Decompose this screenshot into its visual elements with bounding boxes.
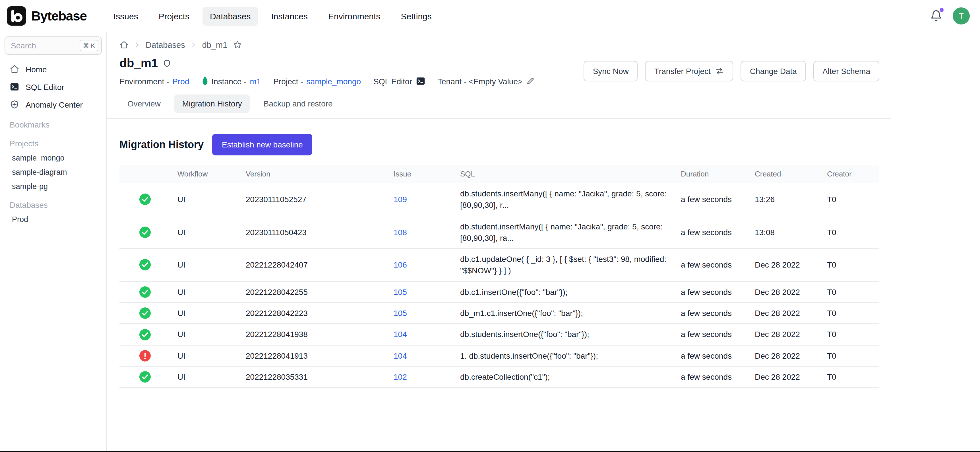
change-data-button[interactable]: Change Data — [741, 61, 806, 81]
table-row[interactable]: UI 20221228041938 104 db.students.insert… — [119, 324, 879, 345]
bookmark-star-icon[interactable] — [232, 40, 242, 50]
sidebar-database-prod[interactable]: Prod — [0, 212, 107, 227]
alter-schema-button[interactable]: Alter Schema — [813, 61, 879, 81]
workflow-cell: UI — [171, 249, 239, 281]
sql-cell: db.students.insertOne({"foo": "bar"}); — [453, 324, 674, 345]
version-cell: 20230111050423 — [239, 216, 387, 249]
environment-label: Environment - — [119, 77, 169, 86]
environment-link[interactable]: Prod — [172, 77, 189, 86]
project-link[interactable]: sample_mongo — [307, 77, 361, 86]
success-icon — [126, 194, 164, 205]
breadcrumb-home-icon[interactable] — [119, 40, 129, 49]
navbar-right: T — [930, 7, 970, 24]
workflow-cell: UI — [171, 366, 239, 388]
issue-link[interactable]: 104 — [394, 330, 407, 339]
brand-name: Bytebase — [31, 8, 87, 24]
sql-editor-label: SQL Editor — [374, 77, 412, 86]
sidebar-project-sample-mongo[interactable]: sample_mongo — [0, 151, 107, 165]
project-label: Project - — [273, 77, 303, 86]
migration-history-heading: Migration History — [119, 139, 204, 150]
nav-settings[interactable]: Settings — [393, 6, 439, 26]
nav-issues[interactable]: Issues — [106, 6, 146, 26]
table-row[interactable]: UI 20230111050423 108 db.student.insertM… — [119, 216, 879, 249]
sidebar: ⌘ K Home SQL Editor — [0, 32, 107, 451]
col-creator: Creator — [820, 165, 879, 183]
table-row[interactable]: UI 20221228042407 106 db.c1.updateOne( {… — [119, 249, 879, 281]
sidebar-item-label: Anomaly Center — [25, 100, 83, 109]
nav-databases[interactable]: Databases — [202, 6, 258, 26]
change-data-label: Change Data — [750, 67, 797, 76]
issue-link[interactable]: 109 — [394, 195, 407, 204]
bytebase-logo[interactable]: Bytebase — [7, 6, 87, 26]
sidebar-item-home[interactable]: Home — [0, 60, 107, 78]
migration-history-header: Migration History Establish new baseline — [119, 134, 879, 155]
duration-cell: a few seconds — [674, 303, 748, 324]
sidebar-project-sample-diagram[interactable]: sample-diagram — [0, 165, 107, 179]
created-cell: Dec 28 2022 — [748, 324, 820, 345]
sidebar-section-databases[interactable]: Databases — [0, 196, 107, 212]
notification-dot — [940, 8, 943, 12]
creator-cell: T0 — [820, 324, 879, 345]
sidebar-item-anomaly-center[interactable]: Anomaly Center — [0, 96, 107, 113]
sidebar-project-sample-pg[interactable]: sample-pg — [0, 179, 107, 193]
app-layout: ⌘ K Home SQL Editor — [0, 32, 980, 451]
col-created: Created — [748, 165, 820, 183]
top-navbar: Bytebase Issues Projects Databases Insta… — [0, 0, 980, 32]
sidebar-item-sql-editor[interactable]: SQL Editor — [0, 78, 107, 96]
sidebar-section-bookmarks[interactable]: Bookmarks — [0, 116, 107, 132]
nav-environments[interactable]: Environments — [321, 6, 388, 26]
success-icon — [126, 227, 164, 238]
search-input[interactable] — [11, 41, 80, 50]
table-row[interactable]: UI 20221228035331 102 db.createCollectio… — [119, 366, 879, 388]
breadcrumb: Databases db_m1 — [119, 40, 879, 50]
issue-link[interactable]: 106 — [394, 260, 407, 270]
edit-pencil-icon[interactable] — [526, 77, 535, 85]
tab-migration-history[interactable]: Migration History — [174, 94, 250, 113]
status-cell — [119, 303, 171, 324]
migration-table-body: UI 20230111052527 109 db.students.insert… — [119, 183, 879, 388]
nav-projects[interactable]: Projects — [151, 6, 197, 26]
table-row[interactable]: UI 20230111052527 109 db.students.insert… — [119, 183, 879, 216]
created-cell: Dec 28 2022 — [748, 345, 820, 366]
issue-link[interactable]: 102 — [394, 372, 407, 382]
duration-cell: a few seconds — [674, 366, 748, 388]
workflow-cell: UI — [171, 216, 239, 249]
main-content: Databases db_m1 db_m1 — [107, 32, 891, 451]
issue-link[interactable]: 105 — [394, 287, 407, 297]
search-box[interactable]: ⌘ K — [5, 37, 102, 55]
notifications-button[interactable] — [930, 10, 942, 22]
transfer-project-label: Transfer Project — [654, 67, 711, 76]
sql-editor-link-icon[interactable] — [415, 76, 425, 86]
creator-cell: T0 — [820, 183, 879, 216]
nav-instances[interactable]: Instances — [264, 6, 315, 26]
workflow-cell: UI — [171, 303, 239, 324]
table-row[interactable]: UI 20221228042255 105 db.c1.insertOne({"… — [119, 281, 879, 303]
issue-link[interactable]: 108 — [394, 227, 407, 236]
issue-link[interactable]: 105 — [394, 308, 407, 318]
establish-baseline-button[interactable]: Establish new baseline — [212, 134, 313, 155]
version-cell: 20221228041913 — [239, 345, 387, 366]
sidebar-section-projects[interactable]: Projects — [0, 135, 107, 151]
breadcrumb-databases[interactable]: Databases — [146, 40, 185, 49]
app-window: Bytebase Issues Projects Databases Insta… — [0, 0, 980, 452]
success-icon — [126, 286, 164, 298]
chevron-right-icon — [190, 41, 197, 48]
tab-overview[interactable]: Overview — [119, 94, 169, 113]
sync-now-label: Sync Now — [593, 67, 629, 76]
transfer-project-button[interactable]: Transfer Project — [645, 61, 733, 81]
tab-backup-and-restore[interactable]: Backup and restore — [256, 94, 341, 113]
sql-cell: db.c1.updateOne( { _id: 3 }, [ { $set: {… — [453, 249, 674, 281]
main-nav: Issues Projects Databases Instances Envi… — [106, 6, 439, 26]
version-cell: 20221228035331 — [239, 366, 387, 388]
sql-editor-meta[interactable]: SQL Editor — [374, 76, 425, 86]
sync-now-button[interactable]: Sync Now — [584, 61, 638, 81]
col-duration: Duration — [674, 165, 748, 183]
avatar[interactable]: T — [953, 7, 970, 24]
issue-cell: 105 — [387, 281, 453, 303]
table-row[interactable]: UI 20221228041913 104 1. db.students.ins… — [119, 345, 879, 366]
table-row[interactable]: UI 20221228042223 105 db_m1.c1.insertOne… — [119, 303, 879, 324]
issue-cell: 104 — [387, 345, 453, 366]
instance-link[interactable]: m1 — [250, 77, 261, 86]
issue-link[interactable]: 104 — [394, 351, 407, 360]
project-meta: Project - sample_mongo — [273, 77, 361, 86]
